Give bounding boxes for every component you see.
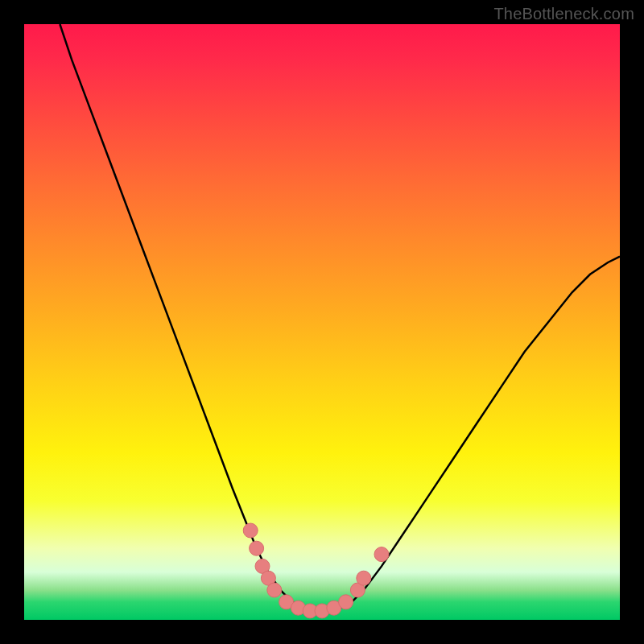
- chart-frame: TheBottleneck.com: [0, 0, 644, 644]
- valley-marker: [243, 523, 258, 538]
- valley-markers: [243, 523, 389, 618]
- watermark-text: TheBottleneck.com: [493, 5, 634, 23]
- plot-area: [24, 24, 620, 620]
- valley-marker: [267, 583, 282, 597]
- bottleneck-curve: [60, 24, 620, 611]
- valley-marker: [250, 541, 264, 555]
- valley-marker: [339, 595, 353, 609]
- valley-marker: [357, 571, 371, 585]
- valley-marker: [374, 547, 389, 562]
- curve-svg: [24, 24, 620, 620]
